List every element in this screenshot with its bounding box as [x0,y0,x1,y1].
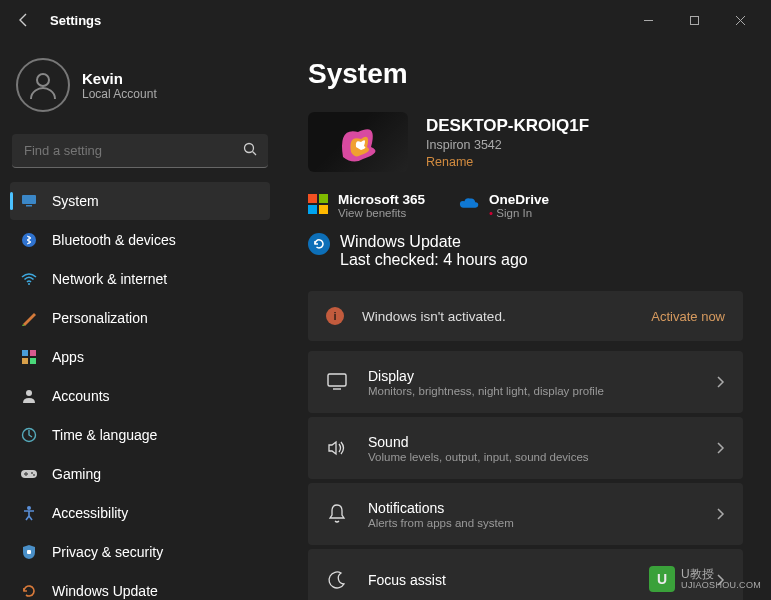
sidebar-item-label: Apps [52,349,84,365]
sidebar-item-network[interactable]: Network & internet [10,260,270,298]
sidebar-item-system[interactable]: System [10,182,270,220]
sidebar: Kevin Local Account System Bluetooth & d… [0,40,280,600]
sidebar-item-update[interactable]: Windows Update [10,572,270,600]
microsoft-logo-icon [308,194,328,214]
svg-rect-7 [22,195,36,204]
rename-link[interactable]: Rename [426,155,589,169]
maximize-icon [689,15,700,26]
device-block: DESKTOP-KROIQ1F Inspiron 3542 Rename [308,112,743,172]
sidebar-item-bluetooth[interactable]: Bluetooth & devices [10,221,270,259]
windows-update-link[interactable]: Windows Update Last checked: 4 hours ago [308,233,743,269]
winupdate-sub: Last checked: 4 hours ago [340,251,528,269]
wifi-icon [20,270,38,288]
globe-clock-icon [20,426,38,444]
sidebar-item-gaming[interactable]: Gaming [10,455,270,493]
avatar [16,58,70,112]
svg-point-18 [31,472,33,474]
watermark-logo-icon: U [649,566,675,592]
svg-rect-12 [30,350,36,356]
sidebar-item-privacy[interactable]: Privacy & security [10,533,270,571]
onedrive-sub: • Sign In [489,207,549,219]
close-button[interactable] [717,4,763,36]
maximize-button[interactable] [671,4,717,36]
accessibility-icon [20,504,38,522]
device-name: DESKTOP-KROIQ1F [426,116,589,136]
svg-line-6 [253,152,257,156]
sync-icon [308,233,330,255]
sidebar-item-accessibility[interactable]: Accessibility [10,494,270,532]
svg-rect-17 [21,470,37,478]
apps-icon [20,348,38,366]
svg-point-20 [27,506,31,510]
card-title: Display [368,368,604,384]
sidebar-item-label: Network & internet [52,271,167,287]
svg-point-4 [37,74,49,86]
abstract-bloom-icon [323,117,393,167]
display-icon [326,371,348,393]
svg-point-5 [245,144,254,153]
page-title: System [308,58,743,90]
device-model: Inspiron 3542 [426,138,589,152]
svg-rect-1 [690,16,698,24]
close-icon [735,15,746,26]
window-title: Settings [50,13,101,28]
sidebar-item-label: Gaming [52,466,101,482]
sidebar-item-apps[interactable]: Apps [10,338,270,376]
profile-block[interactable]: Kevin Local Account [10,40,270,134]
sidebar-item-label: Bluetooth & devices [52,232,176,248]
svg-rect-11 [22,350,28,356]
card-sound[interactable]: Sound Volume levels, output, input, soun… [308,417,743,479]
card-sub: Alerts from apps and system [368,517,514,529]
onedrive-title: OneDrive [489,192,549,207]
card-display[interactable]: Display Monitors, brightness, night ligh… [308,351,743,413]
minimize-icon [643,15,654,26]
profile-name: Kevin [82,70,157,87]
activate-now-link[interactable]: Activate now [651,309,725,324]
svg-point-10 [28,283,30,285]
activation-banner[interactable]: i Windows isn't activated. Activate now [308,291,743,341]
svg-rect-21 [27,550,31,554]
card-notifications[interactable]: Notifications Alerts from apps and syste… [308,483,743,545]
chevron-right-icon [715,375,725,389]
watermark-url: UJIAOSHOU.COM [681,581,761,590]
back-button[interactable] [8,4,40,36]
ms365-link[interactable]: Microsoft 365 View benefits [308,192,425,219]
sidebar-item-label: Personalization [52,310,148,326]
svg-point-15 [26,390,32,396]
chevron-right-icon [715,441,725,455]
nav-list: System Bluetooth & devices Network & int… [10,182,270,600]
bluetooth-icon [20,231,38,249]
chevron-right-icon [715,507,725,521]
svg-rect-13 [22,358,28,364]
watermark-brand: U教授 [681,568,761,581]
svg-rect-22 [328,374,346,386]
sidebar-item-accounts[interactable]: Accounts [10,377,270,415]
watermark: U U教授 UJIAOSHOU.COM [649,566,761,592]
search-input[interactable] [12,134,268,168]
svg-rect-8 [26,205,32,207]
sound-icon [326,437,348,459]
monitor-icon [20,192,38,210]
main-content: System DESKTOP-KROIQ1F Inspiron 3542 Ren… [280,40,771,600]
bell-icon [326,503,348,525]
onedrive-icon [459,194,479,214]
sidebar-item-time[interactable]: Time & language [10,416,270,454]
update-icon [20,582,38,600]
sidebar-item-personalization[interactable]: Personalization [10,299,270,337]
sidebar-item-label: Time & language [52,427,157,443]
titlebar: Settings [0,0,771,40]
onedrive-link[interactable]: OneDrive • Sign In [459,192,549,219]
info-warning-icon: i [326,307,344,325]
card-sub: Volume levels, output, input, sound devi… [368,451,589,463]
arrow-left-icon [16,12,32,28]
desktop-wallpaper-thumbnail[interactable] [308,112,408,172]
card-title: Sound [368,434,589,450]
sidebar-item-label: Privacy & security [52,544,163,560]
card-title: Focus assist [368,572,446,588]
gamepad-icon [20,465,38,483]
person-icon [27,69,59,101]
window-controls [625,4,763,36]
ms365-title: Microsoft 365 [338,192,425,207]
moon-icon [326,569,348,591]
minimize-button[interactable] [625,4,671,36]
